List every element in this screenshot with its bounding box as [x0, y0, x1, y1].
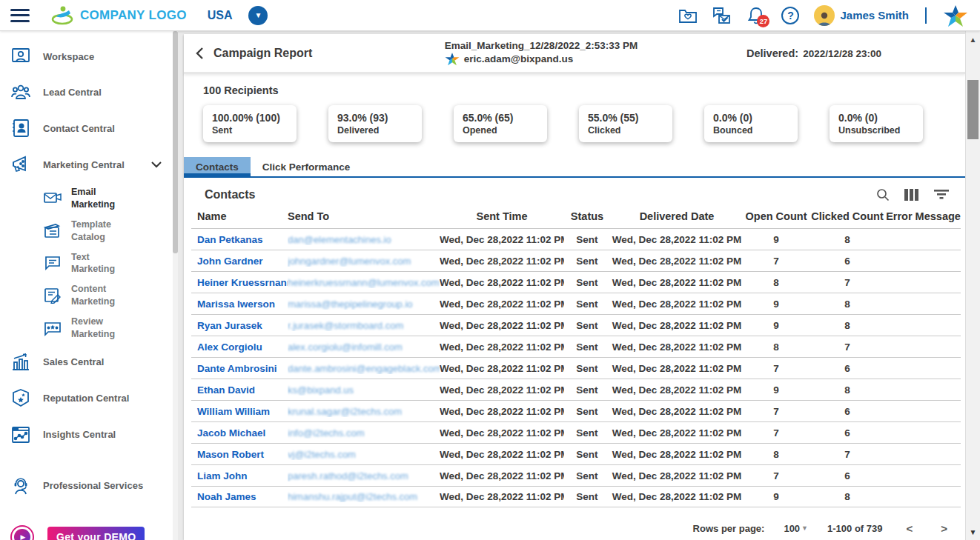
contact-name-link[interactable]: Alex Corgiolu	[197, 341, 262, 353]
contact-email-link[interactable]: johngardner@lumenvox.com	[288, 256, 411, 267]
sidebar-subitem-text-marketing[interactable]: Text Marketing	[0, 247, 173, 280]
main-scrollbar-thumb[interactable]	[967, 80, 979, 139]
open-count-cell: 8	[744, 277, 809, 288]
contact-name-link[interactable]: Dan Petkanas	[197, 234, 263, 245]
next-page-button[interactable]: >	[936, 522, 952, 535]
contact-email-link[interactable]: himanshu.rajput@i2techs.com	[288, 491, 417, 502]
recipients-count: 100 Recipients	[203, 84, 946, 96]
contact-name-link[interactable]: Mason Robert	[197, 449, 264, 460]
status-cell: Sent	[564, 470, 610, 481]
demo-play-icon[interactable]: ▶	[10, 525, 34, 540]
sidebar-subitem-content-marketing[interactable]: Content Marketing	[0, 279, 173, 312]
help-icon: ?	[781, 7, 799, 24]
column-header-status[interactable]: Status	[564, 210, 610, 222]
contact-email-link[interactable]: heinerkruessrnann@lumenvox.com	[288, 277, 440, 288]
delivered-date-cell: Wed, Dec 28,2022 11:02 PM	[610, 277, 744, 288]
scroll-up-icon[interactable]: ▲	[966, 31, 980, 47]
sidebar-item-contact-central[interactable]: Contact Central	[0, 110, 173, 147]
main-scrollbar[interactable]: ▲ ▼	[965, 31, 980, 540]
clicked-count-cell: 7	[809, 449, 886, 460]
filter-icon[interactable]	[934, 190, 949, 200]
sidebar-item-reputation-central[interactable]: Reputation Central	[0, 380, 173, 417]
contact-email-link[interactable]: marissa@thepipelinegroup.io	[288, 299, 413, 310]
sidebar-scrollbar[interactable]	[173, 31, 178, 540]
sidebar-subitem-label: Review Marketing	[71, 316, 130, 341]
tab-contacts[interactable]: Contacts	[184, 157, 251, 176]
column-header-sent-time[interactable]: Sent Time	[440, 210, 564, 222]
search-icon[interactable]	[876, 188, 890, 201]
notifications-button[interactable]: 27	[746, 5, 767, 26]
contact-email-link[interactable]: paresh.rathod@i2techs.com	[288, 470, 408, 481]
column-header-error-message[interactable]: Error Message	[886, 210, 961, 222]
contact-name-link[interactable]: Heiner Kruessrnann	[197, 277, 288, 288]
user-menu[interactable]: James Smith	[814, 5, 909, 26]
status-cell: Sent	[564, 320, 610, 331]
sidebar-item-lead-central[interactable]: Lead Central	[0, 74, 173, 110]
region-dropdown-button[interactable]: ▼	[248, 6, 268, 25]
clicked-count-cell: 8	[809, 299, 886, 310]
contact-email-link[interactable]: vj@i2techs.com	[288, 449, 356, 460]
sidebar-subitem-review-marketing[interactable]: Review Marketing	[0, 312, 173, 344]
status-cell: Sent	[564, 427, 610, 439]
column-header-clicked-count[interactable]: Clicked Count	[809, 210, 886, 222]
sent-time-cell: Wed, Dec 28,2022 11:02 PM	[440, 470, 564, 481]
send-to-cell: johngardner@lumenvox.com	[288, 256, 440, 267]
brand[interactable]: COMPANY LOGO	[50, 4, 187, 27]
help-button[interactable]: ?	[780, 5, 801, 26]
sidebar-subitem-email-marketing[interactable]: Email Marketing	[0, 182, 173, 215]
send-to-cell: krunal.sagar@i2techs.com	[288, 406, 440, 417]
contact-email-link[interactable]: ks@bixpand.us	[288, 384, 354, 396]
delivered-date-cell: Wed, Dec 28,2022 11:02 PM	[610, 341, 744, 353]
delivered-date-cell: Wed, Dec 28,2022 11:02 PM	[610, 427, 744, 439]
open-count-cell: 9	[744, 234, 809, 245]
sidebar-item-marketing-central[interactable]: Marketing Central	[0, 147, 173, 182]
sent-time-cell: Wed, Dec 28,2022 11:02 PM	[440, 277, 564, 288]
sidebar-scrollbar-thumb[interactable]	[173, 31, 178, 253]
previous-page-button[interactable]: <	[901, 522, 917, 535]
sidebar-item-professional-services[interactable]: Professional Services	[0, 467, 173, 504]
chevron-down-icon: ▼	[255, 11, 262, 19]
clicked-count-cell: 8	[809, 234, 886, 245]
contact-name-link[interactable]: Dante Ambrosini	[197, 363, 277, 374]
contact-name-link[interactable]: John Gardner	[197, 256, 263, 267]
contact-name-link[interactable]: Liam John	[197, 470, 248, 481]
tab-bar: Contacts Click Performance	[184, 157, 965, 178]
column-header-open-count[interactable]: Open Count	[744, 210, 809, 222]
saved-items-button[interactable]	[678, 5, 698, 26]
contact-email-link[interactable]: krunal.sagar@i2techs.com	[288, 406, 402, 417]
scroll-down-icon[interactable]: ▼	[966, 524, 980, 540]
hamburger-menu-icon[interactable]	[10, 9, 30, 22]
page-title: Campaign Report	[213, 47, 312, 60]
column-header-delivered-date[interactable]: Delivered Date	[610, 210, 744, 222]
column-header-send-to[interactable]: Send To	[288, 210, 440, 222]
company-logo-icon	[50, 4, 76, 27]
contact-email-link[interactable]: info@i2techs.com	[288, 427, 365, 439]
sidebar-item-sales-central[interactable]: Sales Central	[0, 344, 173, 380]
contact-name-link[interactable]: Jacob Michael	[197, 427, 265, 439]
email-marketing-icon	[43, 191, 62, 206]
contact-name-link[interactable]: Noah James	[197, 491, 256, 502]
sent-time-cell: Wed, Dec 28,2022 11:02 PM	[440, 299, 564, 310]
tab-click-performance[interactable]: Click Performance	[251, 157, 362, 176]
table-row: John Gardner johngardner@lumenvox.com We…	[191, 250, 961, 271]
sidebar-item-workspace[interactable]: Workspace	[0, 39, 173, 74]
columns-icon[interactable]	[904, 189, 919, 201]
clicked-count-cell: 8	[809, 384, 886, 396]
messages-button[interactable]	[712, 5, 732, 26]
get-demo-button[interactable]: Get your DEMO	[47, 527, 145, 540]
send-to-cell: dan@elementachines.io	[288, 234, 440, 245]
contact-name-link[interactable]: Ryan Jurasek	[197, 320, 262, 331]
back-button[interactable]	[194, 47, 205, 60]
column-header-name[interactable]: Name	[191, 210, 288, 222]
rows-per-page-select[interactable]: 100 ▼	[784, 523, 808, 534]
contact-email-link[interactable]: alex.corgiolu@infomill.com	[288, 341, 403, 353]
contact-name-link[interactable]: Ethan David	[197, 384, 255, 396]
sidebar-item-insights-central[interactable]: Insights Central	[0, 417, 173, 453]
contact-email-link[interactable]: dan@elementachines.io	[288, 234, 391, 245]
status-cell: Sent	[564, 277, 610, 288]
contact-email-link[interactable]: dante.ambrosini@engageblack.com	[288, 363, 440, 374]
contact-email-link[interactable]: r.jurasek@stormboard.com	[288, 320, 403, 331]
sidebar-subitem-template-catalog[interactable]: Template Catalog	[0, 215, 173, 247]
contact-name-link[interactable]: William William	[197, 406, 270, 417]
contact-name-link[interactable]: Marissa Iwerson	[197, 299, 275, 310]
